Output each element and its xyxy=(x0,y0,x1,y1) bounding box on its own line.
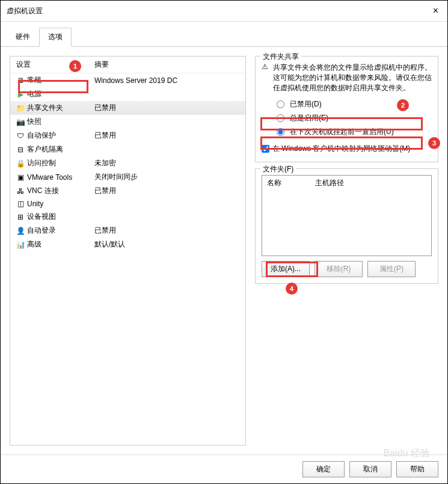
cancel-button[interactable]: 取消 xyxy=(349,461,391,477)
folder-sharing-group: 文件夹共享 ⚠ 共享文件夹会将您的文件显示给虚拟机中的程序。这可能为您的计算机和… xyxy=(255,56,438,162)
folders-header-name: 名称 xyxy=(267,178,315,188)
warning-text: 共享文件夹会将您的文件显示给虚拟机中的程序。这可能为您的计算机和数据带来风险。请… xyxy=(273,63,432,93)
group-title-sharing: 文件夹共享 xyxy=(260,52,301,62)
watermark: Baidu 经验 xyxy=(384,447,430,460)
badge-3: 3 xyxy=(428,137,440,149)
ok-button[interactable]: 确定 xyxy=(302,461,345,477)
item-value: 默认/默认 xyxy=(94,239,239,250)
isolation-icon: ⊟ xyxy=(16,146,25,154)
vnc-icon: 🖧 xyxy=(16,187,25,195)
radio-disabled-label: 已禁用(D) xyxy=(290,99,322,109)
list-item-vnc[interactable]: 🖧 VNC 连接 已禁用 xyxy=(10,184,245,198)
properties-button[interactable]: 属性(P) xyxy=(367,261,416,277)
monitor-icon: 🖥 xyxy=(16,76,25,85)
list-item-advanced[interactable]: 📊 高级 默认/默认 xyxy=(10,237,245,251)
window-title: 虚拟机设置 xyxy=(7,6,43,16)
view-icon: ⊞ xyxy=(16,213,25,221)
badge-4: 4 xyxy=(286,283,298,295)
remove-button[interactable]: 移除(R) xyxy=(315,261,363,277)
list-item-autologin[interactable]: 👤 自动登录 已禁用 xyxy=(10,224,245,237)
item-label: 自动保护 xyxy=(27,130,94,141)
item-value: 已禁用 xyxy=(94,103,239,113)
advanced-icon: 📊 xyxy=(16,240,25,249)
item-value: 未加密 xyxy=(94,158,239,168)
badge-1: 1 xyxy=(69,60,81,72)
list-item-vmware-tools[interactable]: ▣ VMware Tools 关闭时间同步 xyxy=(10,170,245,184)
warning-icon: ⚠ xyxy=(262,63,268,93)
item-label: 客户机隔离 xyxy=(27,144,94,155)
folders-list[interactable]: 名称 主机路径 xyxy=(262,175,432,256)
group-title-folders: 文件夹(F) xyxy=(260,164,296,174)
item-label: 高级 xyxy=(27,239,94,250)
login-icon: 👤 xyxy=(16,227,25,235)
lock-icon: 🔒 xyxy=(16,159,25,168)
folders-header-path: 主机路径 xyxy=(315,178,426,188)
list-item-snapshot[interactable]: 📷 快照 xyxy=(10,115,245,129)
play-icon: ▶ xyxy=(16,90,25,99)
tools-icon: ▣ xyxy=(16,173,25,182)
radio-until-label: 在下次关机或挂起前一直启用(U) xyxy=(290,127,394,137)
item-label: 快照 xyxy=(27,117,94,127)
list-item-access-control[interactable]: 🔒 访问控制 未加密 xyxy=(10,156,245,170)
list-item-shared-folders[interactable]: 📁 共享文件夹 已禁用 xyxy=(10,101,245,115)
item-value: 已禁用 xyxy=(94,130,239,141)
list-item-power[interactable]: ▶ 电源 xyxy=(10,87,245,101)
close-button[interactable]: × xyxy=(430,5,441,16)
list-item-appliance-view[interactable]: ⊞ 设备视图 xyxy=(10,210,245,224)
radio-until-shutdown[interactable] xyxy=(277,128,284,136)
checkbox-map-label: 在 Windows 客户机中映射为网络驱动器(M) xyxy=(272,144,410,154)
item-label: Unity xyxy=(27,200,94,208)
item-label: 常规 xyxy=(27,75,94,85)
folder-icon: 📁 xyxy=(16,104,25,112)
item-value: 关闭时间同步 xyxy=(94,172,239,182)
checkbox-map-drive[interactable] xyxy=(262,145,269,153)
help-button[interactable]: 帮助 xyxy=(396,461,438,477)
radio-always[interactable] xyxy=(277,114,284,122)
list-header-setting: 设置 xyxy=(16,60,94,70)
item-value: 已禁用 xyxy=(94,186,239,196)
item-value: Windows Server 2019 DC xyxy=(94,76,239,85)
item-label: VNC 连接 xyxy=(27,186,94,196)
radio-always-label: 总是启用(E) xyxy=(290,113,328,123)
list-header-summary: 摘要 xyxy=(94,60,239,70)
list-item-autoprotect[interactable]: 🛡 自动保护 已禁用 xyxy=(10,129,245,142)
shield-icon: 🛡 xyxy=(16,132,25,140)
item-label: VMware Tools xyxy=(27,173,94,182)
tab-options[interactable]: 选项 xyxy=(39,28,72,47)
settings-list: 设置 摘要 🖥 常规 Windows Server 2019 DC ▶ 电源 📁… xyxy=(10,56,246,446)
item-label: 电源 xyxy=(27,89,94,99)
badge-2: 2 xyxy=(397,99,409,111)
item-label: 设备视图 xyxy=(27,212,94,222)
tab-hardware[interactable]: 硬件 xyxy=(7,28,39,46)
item-label: 访问控制 xyxy=(27,158,94,168)
add-button[interactable]: 添加(A)... xyxy=(262,261,310,277)
list-item-general[interactable]: 🖥 常规 Windows Server 2019 DC xyxy=(10,73,245,87)
item-label: 自动登录 xyxy=(27,225,94,236)
item-label: 共享文件夹 xyxy=(27,103,94,113)
item-value: 已禁用 xyxy=(94,225,239,236)
list-item-unity[interactable]: ◫ Unity xyxy=(10,198,245,210)
camera-icon: 📷 xyxy=(16,118,25,126)
list-item-guest-isolation[interactable]: ⊟ 客户机隔离 xyxy=(10,142,245,156)
folders-group: 文件夹(F) 名称 主机路径 添加(A)... 移除(R) 属性(P) xyxy=(255,168,438,284)
unity-icon: ◫ xyxy=(16,200,25,208)
radio-disabled[interactable] xyxy=(277,100,284,108)
